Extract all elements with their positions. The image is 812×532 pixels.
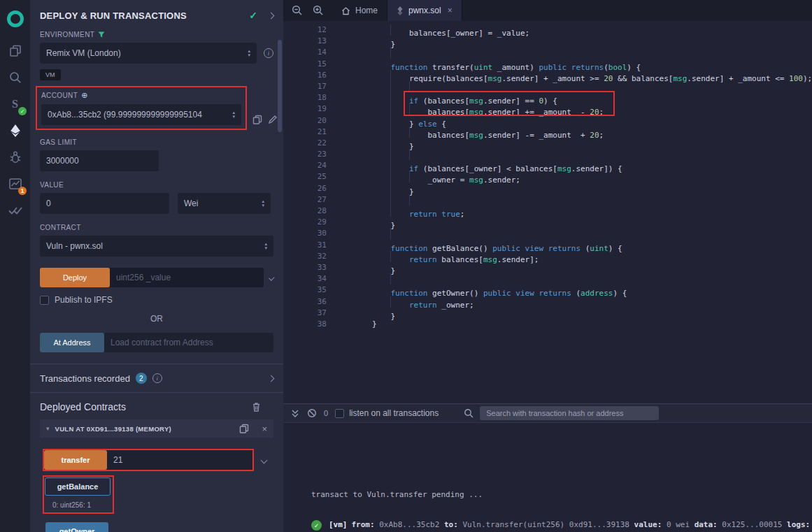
environment-info-icon[interactable]: i xyxy=(264,48,273,58)
code-line: 29} xyxy=(283,217,812,228)
copy-account-icon[interactable] xyxy=(252,115,262,124)
code-line: 35function getOwner() public view return… xyxy=(283,285,812,296)
plugin-badge: 1 xyxy=(18,187,27,195)
code-line: 13} xyxy=(283,36,812,47)
code-line: 23 xyxy=(283,149,812,160)
solidity-icon xyxy=(397,6,404,15)
gas-limit-input[interactable] xyxy=(40,150,159,171)
listen-all-checkbox[interactable] xyxy=(335,409,344,418)
copy-address-icon[interactable] xyxy=(239,424,249,433)
add-account-icon[interactable]: ⊕ xyxy=(81,91,88,100)
remove-contract-icon[interactable]: × xyxy=(262,424,267,434)
code-line: 19balances[msg.sender] += _amount - 20; xyxy=(283,103,812,115)
main-area: Home pwnx.sol × 12balances[_owner] = _va… xyxy=(283,0,812,532)
account-annotation-box: ACCOUNT ⊕ 0xAb8...35cb2 (99.999999999999… xyxy=(36,86,247,130)
terminal-result-detail: from: 0xAb8...35cb2 to: Vuln.transfer(ui… xyxy=(352,520,812,529)
edit-account-icon[interactable] xyxy=(268,115,278,124)
transactions-count-badge: 2 xyxy=(136,373,147,384)
panel-check-icon: ✓ xyxy=(249,10,257,21)
contract-select[interactable]: Vuln - pwnx.sol ▴▾ xyxy=(40,236,273,257)
vm-tag: [vm] xyxy=(329,520,348,529)
close-tab-icon[interactable]: × xyxy=(448,6,453,15)
panel-collapse-icon[interactable] xyxy=(268,12,275,19)
code-line: 31function getBalance() public view retu… xyxy=(283,240,812,251)
search-plugin-icon[interactable] xyxy=(0,64,30,91)
deploy-value-input[interactable] xyxy=(110,268,264,287)
value-label: VALUE xyxy=(40,181,273,189)
transfer-amount-input[interactable] xyxy=(107,450,252,470)
deploy-expand-icon[interactable] xyxy=(269,275,274,280)
transactions-recorded-row[interactable]: Transactions recorded 2 i xyxy=(30,364,283,393)
chevron-down-icon: ▴▾ xyxy=(264,242,267,250)
panel-title: DEPLOY & RUN TRANSACTIONS xyxy=(40,10,249,21)
transfer-expand-icon[interactable] xyxy=(261,456,268,463)
code-line: 21balances[msg.sender] -= _amount + 20; xyxy=(283,127,812,138)
deployed-contract-title: VULN AT 0XD91...39138 (MEMORY) xyxy=(55,425,172,433)
code-line: 27 xyxy=(283,194,812,206)
code-line: 18if (balances[msg.sender] == 0) { xyxy=(283,92,812,103)
publish-ipfs-checkbox[interactable] xyxy=(40,296,49,305)
zoom-in-icon[interactable] xyxy=(313,5,324,16)
listen-all-label: listen on all transactions xyxy=(349,408,439,418)
trash-icon[interactable] xyxy=(252,402,261,412)
tab-pwnx-sol[interactable]: pwnx.sol × xyxy=(387,0,462,21)
zoom-out-icon[interactable] xyxy=(292,5,303,16)
deploy-run-icon[interactable] xyxy=(0,117,30,144)
success-check-icon: ✓ xyxy=(311,520,322,531)
publish-ipfs-label: Publish to IPFS xyxy=(55,295,113,305)
unit-testing-icon[interactable] xyxy=(0,197,30,224)
solidity-compiler-icon[interactable]: S ✓ xyxy=(0,91,30,117)
code-line: 34 xyxy=(283,273,812,285)
code-line: 38} xyxy=(283,319,812,330)
compiler-success-badge: ✓ xyxy=(18,107,27,115)
environment-select[interactable]: Remix VM (London) ▴▾ xyxy=(40,43,257,64)
code-line: 24if (balances[_owner] < balances[msg.se… xyxy=(283,160,812,171)
transaction-result-line[interactable]: ✓ [vm]from: 0xAb8...35cb2 to: Vuln.trans… xyxy=(311,519,812,531)
remix-app: S ✓ 1 DEPLOY & RUN TRANSACTIONS ✓ ENVIRO… xyxy=(0,0,812,532)
terminal-count: 0 xyxy=(324,409,328,417)
code-line: 33} xyxy=(283,262,812,273)
terminal-toggle-icon[interactable] xyxy=(290,408,300,418)
code-line: 37} xyxy=(283,308,812,319)
pending-transaction-line: transact to Vuln.transfer pending ... xyxy=(311,490,483,499)
panel-scrollbar-thumb[interactable] xyxy=(278,40,282,132)
deploy-button[interactable]: Deploy xyxy=(40,268,110,287)
file-explorer-icon[interactable] xyxy=(0,38,30,64)
terminal-toolbar: 0 listen on all transactions xyxy=(283,403,812,423)
chevron-down-icon[interactable]: ▾ xyxy=(46,425,50,432)
debugger-icon[interactable] xyxy=(0,144,30,171)
code-line: 28return true; xyxy=(283,206,812,217)
tab-home[interactable]: Home xyxy=(332,0,387,21)
terminal-search-input[interactable] xyxy=(480,406,659,420)
code-editor[interactable]: 12balances[_owner] = _value;13}1415funct… xyxy=(283,21,812,403)
transactions-info-icon[interactable]: i xyxy=(152,373,162,383)
deployed-contract-header[interactable]: ▾ VULN AT 0XD91...39138 (MEMORY) × xyxy=(40,419,273,438)
account-label: ACCOUNT ⊕ xyxy=(41,91,241,100)
account-select[interactable]: 0xAb8...35cb2 (99.999999999999995104 ▴▾ xyxy=(41,104,241,125)
plugin-chart-icon[interactable]: 1 xyxy=(0,171,30,197)
at-address-input[interactable] xyxy=(104,333,273,352)
clear-terminal-icon[interactable] xyxy=(307,408,317,418)
code-line: 12balances[_owner] = _value; xyxy=(283,24,812,36)
getowner-function-button[interactable]: getOwner xyxy=(45,522,108,532)
contract-label: CONTRACT xyxy=(40,224,273,231)
getbalance-function-button[interactable]: getBalance xyxy=(45,477,111,496)
value-unit-select[interactable]: Wei ▴▾ xyxy=(178,193,271,214)
home-icon xyxy=(341,6,350,15)
deployed-contracts-heading: Deployed Contracts xyxy=(40,401,126,412)
icon-sidebar: S ✓ 1 xyxy=(0,0,30,532)
chevron-right-icon[interactable] xyxy=(268,375,275,382)
chevron-down-icon: ▴▾ xyxy=(262,199,264,208)
remix-logo-icon xyxy=(0,6,30,32)
gas-limit-label: GAS LIMIT xyxy=(40,138,273,146)
vm-badge: VM xyxy=(40,69,61,80)
chevron-down-icon: ▴▾ xyxy=(248,49,250,57)
code-line: 14 xyxy=(283,47,812,58)
search-icon xyxy=(464,408,473,418)
code-line: 26} xyxy=(283,183,812,194)
transfer-function-button[interactable]: transfer xyxy=(44,450,107,470)
value-input[interactable] xyxy=(40,193,169,214)
chevron-down-icon: ▴▾ xyxy=(232,110,235,119)
terminal-output[interactable]: transact to Vuln.transfer pending ... ✓ … xyxy=(283,423,812,532)
at-address-button[interactable]: At Address xyxy=(40,333,104,352)
